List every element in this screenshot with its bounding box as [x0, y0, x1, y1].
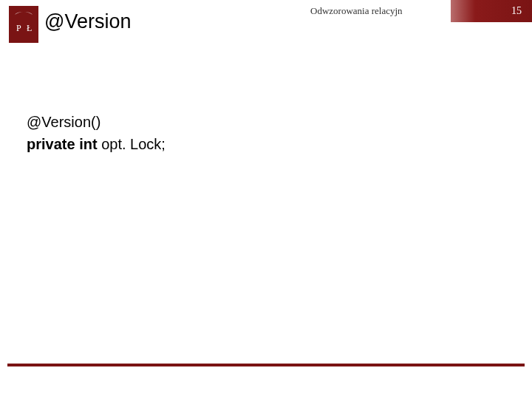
code-declaration-line: private int opt. Lock;: [27, 133, 166, 155]
svg-text:Ł: Ł: [27, 23, 32, 33]
slide: Odwzorowania relacyjn 15 P Ł @Version @V…: [0, 0, 532, 399]
code-annotation-line: @Version(): [27, 111, 166, 133]
slide-title: @Version: [44, 10, 131, 33]
code-identifier: opt. Lock;: [98, 136, 166, 152]
header-bar: Odwzorowania relacyjn 15: [303, 0, 532, 22]
university-logo: P Ł: [9, 6, 38, 43]
svg-text:P: P: [16, 23, 21, 33]
breadcrumb: Odwzorowania relacyjn: [303, 0, 451, 22]
crest-icon: P Ł: [9, 6, 38, 43]
code-keyword: private int: [27, 136, 98, 152]
divider: [7, 364, 525, 366]
slide-body: @Version() private int opt. Lock;: [27, 111, 166, 155]
page-number-badge: 15: [451, 0, 532, 22]
page-number: 15: [511, 5, 522, 17]
svg-rect-0: [9, 6, 38, 43]
